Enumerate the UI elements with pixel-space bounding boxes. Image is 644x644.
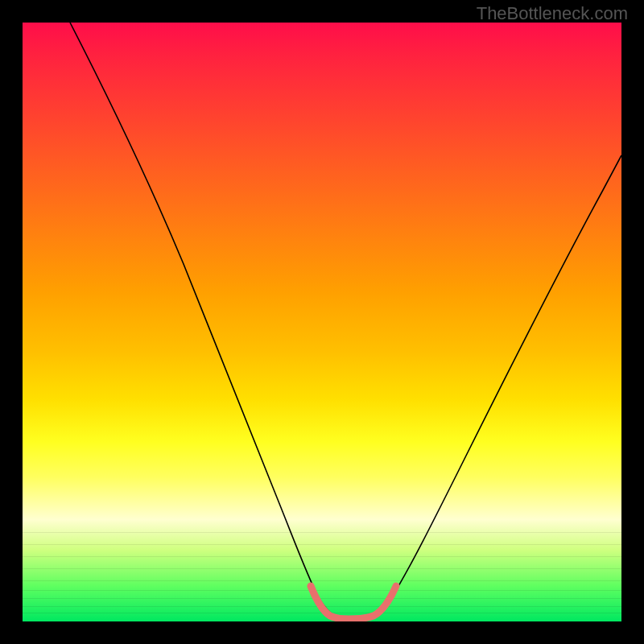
watermark-text: TheBottleneck.com — [477, 3, 628, 24]
chart-svg — [23, 23, 621, 621]
main-curve-path — [70, 23, 621, 618]
highlight-segment-path — [311, 586, 396, 619]
plot-area — [23, 23, 621, 621]
